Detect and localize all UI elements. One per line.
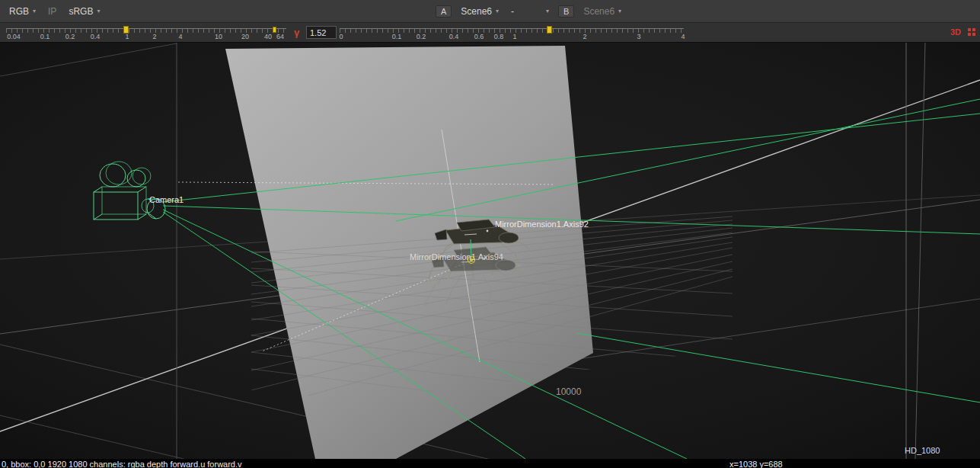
gamma-tick: 0.4 [449, 33, 459, 40]
toolbar-left-group: RGB ▾ IP sRGB ▾ [3, 0, 106, 22]
chevron-down-icon: ▾ [546, 8, 549, 14]
wipe-mode-select[interactable]: - ▾ [505, 4, 555, 19]
viewer-indicator-icons: 3D [950, 27, 975, 37]
viewport-3d[interactable]: Camera1 MirrorDimension1.Axis92 MirrorDi… [0, 43, 980, 459]
chevron-down-icon: ▾ [97, 8, 100, 14]
image-info-text: 0, bbox: 0,0 1920 1080 channels: rgba de… [2, 460, 242, 468]
buffer-a-label: A [436, 5, 452, 18]
wipe-mode-value: - [511, 6, 514, 17]
channel-select-label: RGB [9, 6, 29, 17]
gain-tick: 64 [276, 33, 284, 40]
toolbar-center-group: A Scene6 ▾ - ▾ B Scene6 ▾ [433, 0, 627, 22]
gain-tick: 1 [125, 33, 129, 40]
gain-tick: 0.4 [91, 33, 101, 40]
input-process-label: IP [48, 6, 56, 17]
axis1-label: MirrorDimension1.Axis92 [495, 220, 589, 229]
colorspace-select[interactable]: sRGB ▾ [62, 4, 106, 19]
gamma-marker[interactable] [547, 26, 552, 34]
input-process-button[interactable]: IP [42, 4, 62, 19]
gain-end-marker[interactable] [273, 27, 276, 33]
gain-tick: 2 [152, 33, 156, 40]
gain-tick: 40 [264, 33, 272, 40]
buffer-b-label: B [558, 5, 574, 18]
gamma-tick: 0 [339, 33, 343, 40]
gamma-tick: 0.2 [417, 33, 426, 40]
viewport-canvas[interactable]: Camera1 MirrorDimension1.Axis92 MirrorDi… [0, 43, 980, 459]
gamma-tick: 2 [583, 33, 586, 40]
cursor-coordinates: x=1038 y=688 [729, 460, 783, 468]
grid-distance-label: 10000 [556, 386, 582, 397]
channel-select[interactable]: RGB ▾ [3, 4, 42, 19]
viewer-toolbar: RGB ▾ IP sRGB ▾ A Scene6 ▾ - ▾ B Sce [0, 0, 980, 23]
gamma-tick: 0.8 [494, 33, 504, 40]
gain-tick: 0.2 [65, 33, 75, 40]
gain-tick: 4 [178, 33, 182, 40]
chevron-down-icon: ▾ [33, 8, 36, 14]
gamma-input[interactable] [306, 26, 337, 39]
gamma-tick: 4 [681, 33, 685, 40]
gain-marker[interactable] [123, 26, 129, 34]
format-label: HD_1080 [905, 446, 940, 455]
gain-tick: 20 [241, 33, 249, 40]
gain-tick: 0.04 [7, 33, 21, 40]
axis2-label: MirrorDimension1.Axis94 [410, 252, 503, 261]
gamma-symbol: γ [294, 27, 299, 38]
viewer-slider-bar: 0.04 0.1 0.2 0.4 1 2 4 10 20 40 64 γ 0 0… [0, 23, 980, 43]
camera-label: Camera1 [149, 195, 184, 204]
buffer-a-value: Scene6 [461, 6, 492, 17]
gain-tick: 10 [215, 33, 222, 40]
buffer-b-select[interactable]: Scene6 ▾ [577, 4, 627, 19]
stereo-3d-indicator-icon[interactable]: 3D [950, 27, 961, 37]
gamma-tick: 0.1 [392, 33, 402, 40]
buffer-b-value: Scene6 [583, 6, 614, 17]
chevron-down-icon: ▾ [496, 8, 499, 14]
roi-grid-icon[interactable] [968, 28, 975, 36]
buffer-a-select[interactable]: Scene6 ▾ [455, 4, 505, 19]
nuke-viewer-window: RGB ▾ IP sRGB ▾ A Scene6 ▾ - ▾ B Sce [0, 0, 980, 468]
gamma-tick: 0.6 [474, 33, 484, 40]
colorspace-label: sRGB [69, 6, 93, 17]
gamma-tick: 1 [512, 33, 516, 40]
chevron-down-icon: ▾ [618, 8, 621, 14]
gain-tick: 0.1 [40, 33, 50, 40]
viewer-status-bar: 0, bbox: 0,0 1920 1080 channels: rgba de… [0, 459, 980, 468]
gamma-tick: 3 [637, 33, 640, 40]
